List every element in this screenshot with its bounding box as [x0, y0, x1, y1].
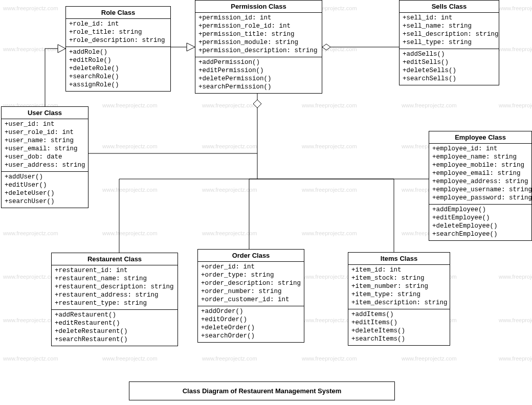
class-member: +order_description: string: [201, 279, 301, 287]
class-title: Items Class: [348, 253, 450, 265]
class-member: +sell_type: string: [403, 38, 496, 47]
class-member: +employee_username: string: [432, 186, 528, 194]
watermark-text: www.freeprojectz.com: [202, 355, 257, 362]
class-operations: +addRestaurent()+editRestaurent()+delete…: [52, 310, 178, 346]
watermark-text: www.freeprojectz.com: [102, 230, 158, 236]
class-member: +searchPermission(): [198, 83, 319, 91]
watermark-text: www.freeprojectz.com: [202, 102, 257, 108]
class-member: +deleteUser(): [5, 189, 85, 197]
class-operations: +addPermission()+editPermission()+delete…: [195, 57, 322, 93]
class-title: Restaurent Class: [52, 253, 178, 265]
class-role: Role Class +role_id: int+role_title: str…: [65, 6, 171, 92]
watermark-text: www.freeprojectz.com: [302, 230, 357, 236]
watermark-text: www.freeprojectz.com: [102, 143, 158, 149]
class-member: +user_email: string: [5, 145, 85, 153]
class-operations: +addUser()+editUser()+deleteUser()+searc…: [2, 172, 88, 208]
class-member: +permission_id: int: [198, 14, 319, 22]
svg-marker-4: [58, 44, 65, 53]
class-title: Employee Class: [429, 131, 531, 144]
class-attributes: +sell_id: int+sell_name: string+sell_des…: [400, 13, 499, 49]
class-member: +searchUser(): [5, 197, 85, 206]
class-member: +user_address: string: [5, 161, 85, 169]
class-member: +deleteSells(): [403, 66, 496, 75]
class-member: +sell_name: string: [403, 22, 496, 30]
watermark-text: www.freeprojectz.com: [402, 102, 457, 108]
class-restaurent: Restaurent Class +restaurent_id: int+res…: [51, 253, 178, 346]
class-user: User Class +user_id: int+user_role_id: i…: [1, 106, 88, 208]
class-member: +editRestaurent(): [55, 319, 174, 327]
class-member: +order_customer_id: int: [201, 296, 301, 304]
class-member: +editItems(): [351, 319, 447, 327]
class-member: +addItems(): [351, 310, 447, 319]
watermark-text: www.freeprojectz.com: [499, 274, 532, 280]
watermark-text: www.freeprojectz.com: [499, 102, 532, 108]
class-title: Sells Class: [400, 1, 499, 13]
class-member: +deleteRole(): [69, 64, 167, 73]
class-operations: +addEmployee()+editEmployee()+deleteEmpl…: [429, 205, 531, 240]
class-member: +order_number: string: [201, 287, 301, 296]
class-member: +role_title: string: [69, 28, 167, 36]
class-member: +item_number: string: [351, 282, 447, 290]
class-member: +restaurent_address: string: [55, 291, 174, 299]
class-member: +order_id: int: [201, 263, 301, 271]
class-member: +item_type: string: [351, 290, 447, 299]
class-member: +role_description: string: [69, 36, 167, 44]
watermark-text: www.freeprojectz.com: [102, 102, 158, 108]
watermark-text: www.freeprojectz.com: [202, 143, 257, 149]
watermark-text: www.freeprojectz.com: [3, 317, 58, 323]
class-member: +deletePermission(): [198, 75, 319, 83]
class-member: +addUser(): [5, 173, 85, 181]
class-member: +deleteOrder(): [201, 324, 301, 332]
watermark-text: www.freeprojectz.com: [499, 5, 532, 11]
class-member: +deleteItems(): [351, 327, 447, 335]
watermark-text: www.freeprojectz.com: [499, 355, 532, 362]
svg-marker-3: [322, 44, 330, 50]
watermark-text: www.freeprojectz.com: [102, 355, 158, 362]
class-member: +employee_password: string: [432, 194, 528, 202]
class-operations: +addOrder()+editOrder()+deleteOrder()+se…: [198, 306, 304, 342]
class-member: +assignRole(): [69, 81, 167, 89]
watermark-text: www.freeprojectz.com: [499, 317, 532, 323]
watermark-text: www.freeprojectz.com: [202, 230, 257, 236]
class-member: +editOrder(): [201, 316, 301, 324]
class-member: +restaurent_name: string: [55, 275, 174, 283]
watermark-text: www.freeprojectz.com: [102, 187, 158, 193]
class-attributes: +order_id: int+order_type: string+order_…: [198, 262, 304, 306]
class-member: +restaurent_type: string: [55, 299, 174, 307]
watermark-text: www.freeprojectz.com: [302, 143, 357, 149]
watermark-text: www.freeprojectz.com: [402, 355, 457, 362]
watermark-text: www.freeprojectz.com: [499, 46, 532, 52]
class-member: +employee_address: string: [432, 177, 528, 186]
class-member: +searchItems(): [351, 335, 447, 343]
watermark-text: www.freeprojectz.com: [302, 102, 357, 108]
class-member: +addRestaurent(): [55, 311, 174, 319]
class-member: +deleteEmployee(): [432, 222, 528, 230]
class-member: +searchRole(): [69, 73, 167, 81]
class-permission: Permission Class +permission_id: int+per…: [195, 0, 322, 94]
class-member: +editSells(): [403, 58, 496, 66]
diagram-title: Class Diagram of Restaurent Management S…: [129, 381, 395, 400]
class-member: +sell_description: string: [403, 30, 496, 38]
class-member: +user_name: string: [5, 137, 85, 145]
class-member: +item_id: int: [351, 266, 447, 274]
class-title: Permission Class: [195, 1, 322, 13]
watermark-text: www.freeprojectz.com: [3, 274, 58, 280]
svg-marker-1: [187, 43, 195, 51]
class-member: +restaurent_description: string: [55, 283, 174, 291]
class-attributes: +restaurent_id: int+restaurent_name: str…: [52, 265, 178, 310]
class-operations: +addRole()+editRole()+deleteRole()+searc…: [66, 47, 170, 91]
class-member: +item_stock: string: [351, 274, 447, 282]
class-member: +searchSells(): [403, 75, 496, 83]
watermark-text: www.freeprojectz.com: [3, 46, 58, 52]
class-member: +addPermission(): [198, 58, 319, 66]
class-member: +deleteRestaurent(): [55, 327, 174, 335]
class-title: Order Class: [198, 250, 304, 262]
watermark-text: www.freeprojectz.com: [3, 230, 58, 236]
class-member: +searchOrder(): [201, 332, 301, 340]
class-operations: +addSells()+editSells()+deleteSells()+se…: [400, 49, 499, 85]
class-member: +item_description: string: [351, 299, 447, 307]
watermark-text: www.freeprojectz.com: [202, 187, 257, 193]
class-member: +user_id: int: [5, 120, 85, 128]
class-member: +searchRestaurent(): [55, 335, 174, 344]
class-member: +editUser(): [5, 181, 85, 189]
